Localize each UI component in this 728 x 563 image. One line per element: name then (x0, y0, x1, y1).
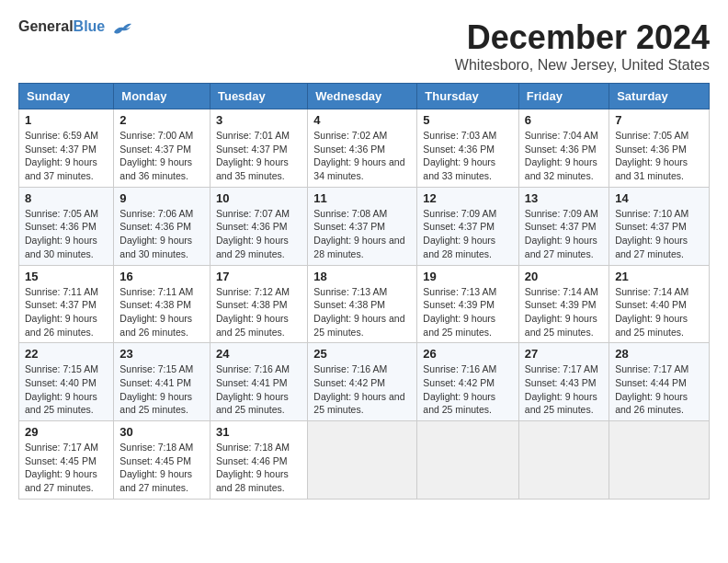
calendar-cell (518, 421, 609, 500)
main-title: December 2024 (455, 18, 710, 57)
day-info: Sunrise: 7:04 AMSunset: 4:36 PMDaylight:… (525, 129, 603, 183)
calendar-cell: 25Sunrise: 7:16 AMSunset: 4:42 PMDayligh… (308, 343, 417, 421)
calendar-cell: 10Sunrise: 7:07 AMSunset: 4:36 PMDayligh… (210, 187, 307, 265)
day-number: 5 (423, 113, 513, 127)
weekday-header-thursday: Thursday (417, 84, 519, 109)
day-info: Sunrise: 7:15 AMSunset: 4:41 PMDaylight:… (119, 362, 204, 417)
title-section: December 2024 Whitesboro, New Jersey, Un… (455, 18, 710, 74)
day-number: 26 (423, 347, 513, 361)
day-info: Sunrise: 7:06 AMSunset: 4:36 PMDaylight:… (119, 207, 204, 261)
calendar-cell: 26Sunrise: 7:16 AMSunset: 4:42 PMDayligh… (417, 343, 519, 421)
weekday-header-tuesday: Tuesday (210, 84, 307, 109)
day-number: 10 (216, 191, 301, 205)
calendar-cell: 15Sunrise: 7:11 AMSunset: 4:37 PMDayligh… (19, 265, 114, 343)
day-number: 23 (119, 347, 204, 361)
day-number: 18 (313, 270, 411, 283)
logo-text: GeneralBlue (18, 18, 132, 36)
subtitle: Whitesboro, New Jersey, United States (455, 57, 710, 74)
calendar-cell: 16Sunrise: 7:11 AMSunset: 4:38 PMDayligh… (114, 265, 210, 343)
week-row-1: 1Sunrise: 6:59 AMSunset: 4:37 PMDaylight… (19, 109, 710, 188)
day-info: Sunrise: 7:09 AMSunset: 4:37 PMDaylight:… (525, 207, 603, 261)
calendar-cell: 11Sunrise: 7:08 AMSunset: 4:37 PMDayligh… (308, 187, 417, 265)
weekday-header-saturday: Saturday (609, 84, 710, 109)
calendar-cell: 30Sunrise: 7:18 AMSunset: 4:45 PMDayligh… (114, 421, 210, 500)
day-info: Sunrise: 7:13 AMSunset: 4:39 PMDaylight:… (423, 285, 513, 339)
weekday-header-wednesday: Wednesday (308, 84, 417, 109)
day-number: 31 (216, 425, 301, 439)
day-info: Sunrise: 7:02 AMSunset: 4:36 PMDaylight:… (313, 129, 411, 183)
day-number: 6 (525, 113, 603, 127)
week-row-4: 22Sunrise: 7:15 AMSunset: 4:40 PMDayligh… (19, 343, 710, 421)
day-number: 1 (25, 113, 108, 127)
calendar-cell: 21Sunrise: 7:14 AMSunset: 4:40 PMDayligh… (609, 265, 710, 343)
calendar-cell: 1Sunrise: 6:59 AMSunset: 4:37 PMDaylight… (19, 109, 114, 188)
calendar-cell: 29Sunrise: 7:17 AMSunset: 4:45 PMDayligh… (19, 421, 114, 500)
calendar-cell: 8Sunrise: 7:05 AMSunset: 4:36 PMDaylight… (19, 187, 114, 265)
day-number: 9 (119, 191, 204, 205)
calendar-cell: 27Sunrise: 7:17 AMSunset: 4:43 PMDayligh… (518, 343, 609, 421)
logo-blue: Blue (74, 18, 106, 34)
logo-bird-icon (112, 19, 132, 36)
day-number: 4 (313, 113, 411, 127)
day-info: Sunrise: 7:18 AMSunset: 4:45 PMDaylight:… (119, 441, 204, 495)
day-info: Sunrise: 7:05 AMSunset: 4:36 PMDaylight:… (615, 129, 703, 183)
day-number: 29 (25, 425, 108, 439)
week-row-5: 29Sunrise: 7:17 AMSunset: 4:45 PMDayligh… (19, 421, 710, 500)
day-number: 12 (423, 191, 513, 205)
day-number: 28 (615, 347, 703, 361)
day-number: 11 (313, 191, 411, 205)
day-number: 8 (25, 191, 108, 205)
day-info: Sunrise: 7:12 AMSunset: 4:38 PMDaylight:… (216, 285, 301, 339)
day-info: Sunrise: 7:09 AMSunset: 4:37 PMDaylight:… (423, 207, 513, 261)
calendar-cell: 19Sunrise: 7:13 AMSunset: 4:39 PMDayligh… (417, 265, 519, 343)
day-number: 15 (25, 270, 108, 283)
calendar-cell: 17Sunrise: 7:12 AMSunset: 4:38 PMDayligh… (210, 265, 307, 343)
day-info: Sunrise: 7:05 AMSunset: 4:36 PMDaylight:… (25, 207, 108, 261)
day-number: 14 (615, 191, 703, 205)
calendar-cell: 7Sunrise: 7:05 AMSunset: 4:36 PMDaylight… (609, 109, 710, 188)
calendar-cell: 22Sunrise: 7:15 AMSunset: 4:40 PMDayligh… (19, 343, 114, 421)
day-number: 24 (216, 347, 301, 361)
day-number: 20 (525, 270, 603, 283)
calendar-cell: 9Sunrise: 7:06 AMSunset: 4:36 PMDaylight… (114, 187, 210, 265)
logo-general: General (18, 18, 74, 34)
day-info: Sunrise: 7:16 AMSunset: 4:42 PMDaylight:… (423, 362, 513, 417)
day-number: 3 (216, 113, 301, 127)
day-info: Sunrise: 7:18 AMSunset: 4:46 PMDaylight:… (216, 441, 301, 495)
day-info: Sunrise: 7:15 AMSunset: 4:40 PMDaylight:… (25, 362, 108, 417)
calendar-cell: 13Sunrise: 7:09 AMSunset: 4:37 PMDayligh… (518, 187, 609, 265)
day-info: Sunrise: 7:00 AMSunset: 4:37 PMDaylight:… (119, 129, 204, 183)
calendar-cell (308, 421, 417, 500)
day-info: Sunrise: 7:13 AMSunset: 4:38 PMDaylight:… (313, 285, 411, 339)
day-number: 16 (119, 270, 204, 283)
day-number: 17 (216, 270, 301, 283)
weekday-header-sunday: Sunday (19, 84, 114, 109)
day-info: Sunrise: 7:11 AMSunset: 4:37 PMDaylight:… (25, 285, 108, 339)
calendar-cell: 6Sunrise: 7:04 AMSunset: 4:36 PMDaylight… (518, 109, 609, 188)
calendar-cell: 5Sunrise: 7:03 AMSunset: 4:36 PMDaylight… (417, 109, 519, 188)
day-info: Sunrise: 7:16 AMSunset: 4:41 PMDaylight:… (216, 362, 301, 417)
calendar-cell: 2Sunrise: 7:00 AMSunset: 4:37 PMDaylight… (114, 109, 210, 188)
logo: GeneralBlue (18, 18, 132, 36)
calendar-cell: 14Sunrise: 7:10 AMSunset: 4:37 PMDayligh… (609, 187, 710, 265)
calendar: SundayMondayTuesdayWednesdayThursdayFrid… (18, 83, 710, 500)
week-row-2: 8Sunrise: 7:05 AMSunset: 4:36 PMDaylight… (19, 187, 710, 265)
week-row-3: 15Sunrise: 7:11 AMSunset: 4:37 PMDayligh… (19, 265, 710, 343)
header: GeneralBlue December 2024 Whitesboro, Ne… (18, 18, 710, 74)
weekday-header-row: SundayMondayTuesdayWednesdayThursdayFrid… (19, 84, 710, 109)
day-info: Sunrise: 7:01 AMSunset: 4:37 PMDaylight:… (216, 129, 301, 183)
calendar-cell (417, 421, 519, 500)
day-info: Sunrise: 7:10 AMSunset: 4:37 PMDaylight:… (615, 207, 703, 261)
day-number: 13 (525, 191, 603, 205)
calendar-cell: 12Sunrise: 7:09 AMSunset: 4:37 PMDayligh… (417, 187, 519, 265)
day-number: 27 (525, 347, 603, 361)
weekday-header-monday: Monday (114, 84, 210, 109)
day-number: 19 (423, 270, 513, 283)
day-info: Sunrise: 7:11 AMSunset: 4:38 PMDaylight:… (119, 285, 204, 339)
calendar-cell: 4Sunrise: 7:02 AMSunset: 4:36 PMDaylight… (308, 109, 417, 188)
calendar-cell: 18Sunrise: 7:13 AMSunset: 4:38 PMDayligh… (308, 265, 417, 343)
day-number: 30 (119, 425, 204, 439)
day-info: Sunrise: 7:17 AMSunset: 4:45 PMDaylight:… (25, 441, 108, 495)
calendar-cell (609, 421, 710, 500)
day-number: 7 (615, 113, 703, 127)
